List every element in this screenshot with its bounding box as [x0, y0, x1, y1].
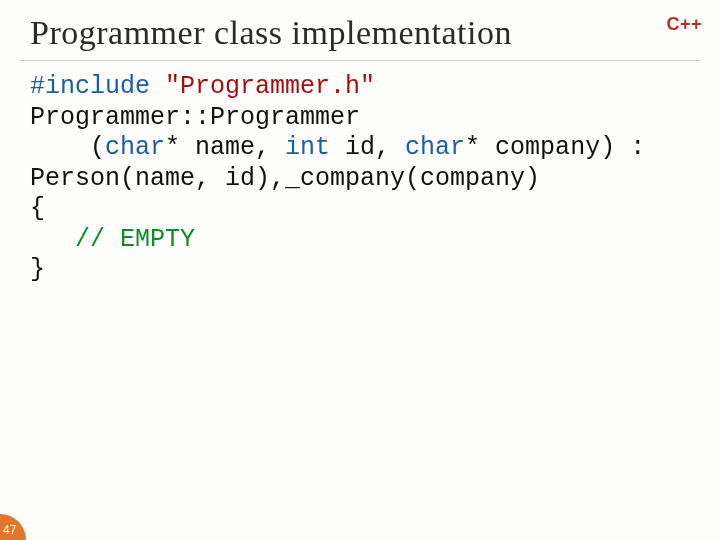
- code-keyword: char: [405, 133, 465, 162]
- code-block: #include "Programmer.h" Programmer::Prog…: [30, 72, 690, 286]
- code-text: id,: [330, 133, 405, 162]
- code-preproc: #include: [30, 72, 165, 101]
- code-text: * name,: [165, 133, 285, 162]
- code-line: Programmer::Programmer: [30, 103, 360, 132]
- title-divider: [20, 60, 700, 61]
- code-text: (: [30, 133, 105, 162]
- slide: Programmer class implementation C++ #inc…: [0, 0, 720, 540]
- slide-number: 47: [3, 523, 16, 537]
- code-line: Person(name, id),_company(company): [30, 164, 540, 193]
- slide-title: Programmer class implementation: [30, 14, 512, 52]
- code-brace: }: [30, 255, 45, 284]
- code-keyword: char: [105, 133, 165, 162]
- code-brace: {: [30, 194, 45, 223]
- code-string: "Programmer.h": [165, 72, 375, 101]
- code-text: * company) :: [465, 133, 645, 162]
- language-badge: C++: [666, 14, 702, 35]
- code-indent: [30, 225, 75, 254]
- slide-number-badge: 47: [0, 514, 26, 540]
- code-comment: // EMPTY: [75, 225, 195, 254]
- code-keyword: int: [285, 133, 330, 162]
